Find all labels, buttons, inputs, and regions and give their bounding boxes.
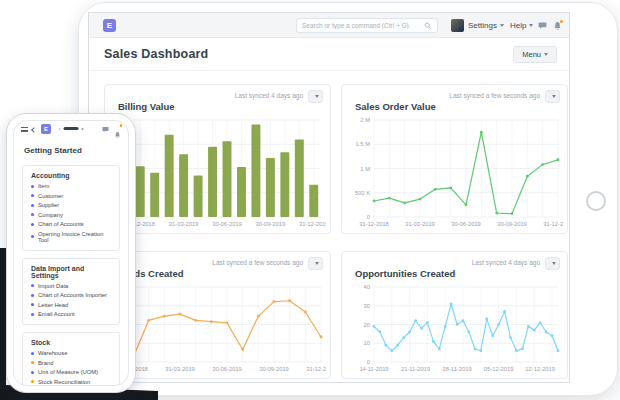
bullet-dot-icon bbox=[31, 235, 34, 238]
phone-list-item-label: Company bbox=[38, 212, 63, 218]
phone-list-item[interactable]: Stock Reconciliation bbox=[31, 379, 111, 385]
notifications-comment-button[interactable] bbox=[538, 13, 547, 38]
phone-list-item-label: Stock Reconciliation bbox=[38, 379, 90, 385]
card-dropdown-button[interactable] bbox=[308, 257, 323, 270]
phone-list-item[interactable]: Warehouse bbox=[31, 350, 111, 356]
phone-list-item-label: Import Data bbox=[38, 283, 68, 289]
phone-list-item[interactable]: Company bbox=[31, 212, 111, 218]
phone-list-item-label: Letter Head bbox=[38, 302, 68, 308]
svg-text:05-12-2019: 05-12-2019 bbox=[484, 366, 514, 372]
settings-menu[interactable]: Settings bbox=[468, 13, 504, 38]
phone-page-title: Getting Started bbox=[24, 146, 118, 155]
phone-list-item-label: Item bbox=[38, 183, 49, 189]
svg-text:10: 10 bbox=[364, 340, 370, 346]
card-leads-created: Last synced a few seconds ago Leads Crea… bbox=[104, 251, 331, 379]
chart-title: Opportunities Created bbox=[355, 268, 455, 279]
phone-list-item[interactable]: Customer bbox=[31, 193, 111, 199]
navbar: E Settings Help bbox=[89, 13, 569, 38]
hero-composition: E Settings Help bbox=[0, 0, 620, 400]
phone-list-item[interactable]: Opening Invoice Creation Tool bbox=[31, 231, 111, 243]
svg-text:28-11-2019: 28-11-2019 bbox=[442, 366, 471, 372]
comment-icon[interactable] bbox=[102, 126, 109, 133]
phone-list-item[interactable]: Chart of Accounts Importer bbox=[31, 292, 111, 298]
phone-section-card: AccountingItemCustomerSupplierCompanyCha… bbox=[22, 165, 120, 251]
phone-list-item[interactable]: Unit of Measure (UOM) bbox=[31, 369, 111, 375]
phone-list-item-label: Supplier bbox=[38, 202, 59, 208]
phone-list-item[interactable]: Item bbox=[31, 183, 111, 189]
chevron-down-icon bbox=[529, 24, 533, 27]
phone-section-card: StockWarehouseBrandUnit of Measure (UOM)… bbox=[22, 332, 120, 386]
tablet-screen: E Settings Help bbox=[88, 12, 570, 383]
phone-device-frame: E bbox=[6, 113, 136, 393]
svg-text:1.5 M: 1.5 M bbox=[356, 141, 371, 147]
phone-top-bar: E bbox=[14, 121, 128, 137]
svg-text:0: 0 bbox=[367, 359, 370, 365]
phone-list-item[interactable]: Email Account bbox=[31, 311, 111, 317]
bullet-dot-icon bbox=[31, 213, 34, 216]
phone-list-item[interactable]: Letter Head bbox=[31, 302, 111, 308]
phone-list-item[interactable]: Chart of Accounts bbox=[31, 221, 111, 227]
phone-sections: AccountingItemCustomerSupplierCompanyCha… bbox=[14, 155, 128, 386]
phone-list-item-label: Brand bbox=[38, 360, 53, 366]
svg-text:30: 30 bbox=[364, 303, 370, 309]
notifications-bell-button[interactable] bbox=[114, 125, 121, 133]
notification-dot bbox=[560, 20, 563, 23]
search-input[interactable] bbox=[302, 22, 424, 29]
help-label: Help bbox=[510, 21, 526, 30]
card-dropdown-button[interactable] bbox=[545, 257, 560, 270]
phone-list-item-label: Email Account bbox=[38, 311, 75, 317]
page-header: Sales Dashboard Menu bbox=[89, 38, 569, 71]
bullet-dot-icon bbox=[31, 294, 34, 297]
chevron-left-icon[interactable] bbox=[31, 127, 37, 133]
svg-text:500 K: 500 K bbox=[355, 190, 370, 196]
svg-text:31-03-2019: 31-03-2019 bbox=[405, 221, 435, 227]
card-dropdown-button[interactable] bbox=[308, 90, 323, 103]
phone-screen: E bbox=[13, 120, 129, 386]
chart-title: Billing Value bbox=[118, 101, 175, 112]
svg-text:20: 20 bbox=[364, 322, 370, 328]
svg-text:30-06-2019: 30-06-2019 bbox=[212, 366, 242, 372]
billing-value-chart: 31-12-201831-03-201930-06-201930-09-2019… bbox=[111, 116, 326, 229]
comment-icon bbox=[538, 21, 547, 30]
svg-text:30-06-2019: 30-06-2019 bbox=[212, 221, 242, 227]
phone-list-item-label: Unit of Measure (UOM) bbox=[38, 369, 98, 375]
search-icon bbox=[424, 22, 432, 30]
hamburger-menu-icon[interactable] bbox=[21, 127, 28, 132]
bullet-dot-icon bbox=[31, 185, 34, 188]
phone-section-title: Accounting bbox=[31, 172, 111, 179]
phone-list-item[interactable]: Brand bbox=[31, 360, 111, 366]
settings-label: Settings bbox=[468, 21, 497, 30]
svg-text:12-12-2019: 12-12-2019 bbox=[525, 366, 555, 372]
chevron-down-icon bbox=[500, 24, 504, 27]
svg-text:30-09-2019: 30-09-2019 bbox=[497, 221, 527, 227]
speaker-slot bbox=[64, 127, 79, 130]
menu-button[interactable]: Menu bbox=[513, 46, 557, 63]
chevron-down-icon bbox=[552, 95, 556, 98]
svg-text:30-09-2019: 30-09-2019 bbox=[259, 366, 289, 372]
help-menu[interactable]: Help bbox=[510, 13, 533, 38]
svg-text:31-03-2019: 31-03-2019 bbox=[169, 221, 199, 227]
phone-section-title: Stock bbox=[31, 339, 111, 346]
chevron-down-icon bbox=[552, 262, 556, 265]
phone-list-item[interactable]: Supplier bbox=[31, 202, 111, 208]
tablet-home-button[interactable] bbox=[586, 191, 606, 211]
card-dropdown-button[interactable] bbox=[545, 90, 560, 103]
opportunities-created-chart: 01020304014-11-201921-11-201928-11-20190… bbox=[348, 283, 563, 374]
last-synced-label: Last synced a few seconds ago bbox=[212, 259, 303, 266]
svg-text:31-03-2019: 31-03-2019 bbox=[165, 366, 195, 372]
notifications-bell-button[interactable] bbox=[553, 13, 562, 38]
sales-order-value-chart: 0500 K1 M1.5 M2 M31-12-201831-03-201930-… bbox=[348, 116, 563, 229]
app-logo[interactable]: E bbox=[103, 19, 116, 32]
user-avatar[interactable] bbox=[451, 19, 464, 32]
svg-text:31-12-2018: 31-12-2018 bbox=[359, 221, 389, 227]
phone-list-item[interactable]: Import Data bbox=[31, 283, 111, 289]
bullet-dot-icon bbox=[31, 352, 34, 355]
card-sales-order-value: Last synced a few seconds ago Sales Orde… bbox=[341, 84, 568, 234]
phone-list-item-label: Chart of Accounts bbox=[38, 221, 84, 227]
last-synced-label: Last synced a few seconds ago bbox=[449, 92, 540, 99]
card-billing-value: Last synced 4 days ago Billing Value 31-… bbox=[104, 84, 331, 234]
app-logo[interactable]: E bbox=[41, 124, 51, 134]
page-title: Sales Dashboard bbox=[104, 47, 208, 61]
last-synced-label: Last synced 4 days ago bbox=[472, 259, 540, 266]
global-search[interactable] bbox=[296, 18, 438, 33]
